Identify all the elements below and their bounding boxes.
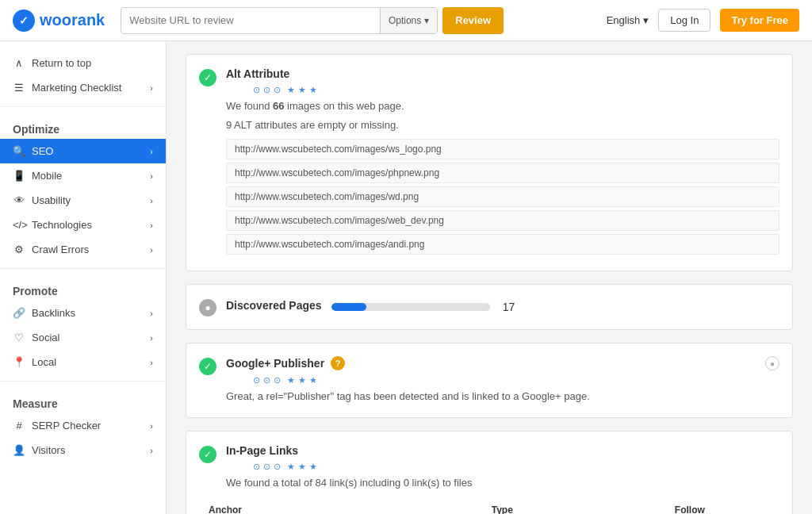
in-page-links-header: ✓ In-Page Links ⊙⊙⊙ ★★★ — [199, 444, 779, 472]
chevron-right-icon: › — [150, 333, 153, 343]
discovered-pages-card: ● Discovered Pages 17 — [186, 284, 793, 330]
sidebar-item-social[interactable]: ♡ Social › — [0, 325, 166, 350]
status-icon-green-3: ✓ — [199, 446, 216, 463]
chevron-right-icon: › — [150, 147, 153, 156]
progress-section: 17 — [331, 301, 515, 313]
location-icon: 📍 — [13, 356, 25, 368]
alt-attribute-desc1: We found 66 images on this web page. — [226, 98, 779, 114]
alt-attribute-title: Alt Attribute — [226, 67, 317, 80]
logo-icon — [13, 10, 35, 32]
sidebar-item-seo[interactable]: 🔍 SEO › — [0, 139, 166, 163]
url-search-input[interactable] — [121, 14, 380, 26]
url-item: http://www.wscubetech.com/images/ws_logo… — [226, 139, 779, 159]
in-page-links-card: ✓ In-Page Links ⊙⊙⊙ ★★★ We found a total… — [186, 431, 793, 515]
logo: woorank — [13, 10, 105, 32]
sidebar-item-local[interactable]: 📍 Local › — [0, 350, 166, 374]
expand-icon[interactable]: ● — [765, 356, 779, 370]
chevron-right-icon: › — [150, 358, 153, 367]
chevron-right-icon: › — [150, 171, 153, 181]
chevron-right-icon: › — [150, 221, 153, 230]
link-icon: 🔗 — [13, 307, 25, 319]
sidebar-divider-3 — [0, 381, 166, 382]
try-free-button[interactable]: Try for Free — [720, 9, 799, 32]
alt-attribute-card: ✓ Alt Attribute ⊙⊙⊙ ★★★ We found 66 imag… — [186, 54, 793, 271]
mobile-icon: 📱 — [13, 170, 25, 182]
chevron-right-icon: › — [150, 83, 153, 93]
measure-section-label: Measure — [0, 388, 166, 413]
review-button[interactable]: Review — [442, 7, 504, 34]
promote-section-label: Promote — [0, 275, 166, 301]
sidebar-item-return-top[interactable]: ∧ Return to top — [0, 51, 166, 75]
logo-text: woorank — [40, 11, 105, 29]
header: woorank Options ▾ Review English ▾ Log I… — [0, 0, 812, 41]
sidebar-item-mobile[interactable]: 📱 Mobile › — [0, 163, 166, 188]
sidebar-item-marketing[interactable]: ☰ Marketing Checklist › — [0, 75, 166, 100]
discovered-pages-header: ● Discovered Pages 17 — [199, 297, 779, 316]
sidebar-divider — [0, 106, 166, 107]
chevron-right-icon: › — [150, 245, 153, 255]
sidebar-item-technologies[interactable]: </> Technologies › — [0, 213, 166, 237]
links-table: Anchor Type Follow YouTube External Link… — [199, 500, 779, 514]
status-icon-green: ✓ — [199, 69, 216, 86]
sidebar-item-serp[interactable]: # SERP Checker › — [0, 413, 166, 438]
google-publisher-card: ✓ Google+ Publisher ? ⊙⊙⊙ ★★★ ● Great, a… — [186, 343, 793, 418]
header-right: English ▾ Log In Try for Free — [607, 9, 799, 32]
eye-icon: 👁 — [13, 194, 25, 206]
sidebar-item-crawl-errors[interactable]: ⚙ Crawl Errors › — [0, 237, 166, 262]
col-type: Type — [482, 500, 665, 514]
discovered-pages-title: Discovered Pages — [226, 299, 322, 312]
stars-row-2: ⊙⊙⊙ ★★★ — [253, 375, 756, 386]
alt-attribute-desc2: 9 ALT attributes are empty or missing. — [226, 117, 779, 133]
progress-bar-fill — [331, 303, 366, 311]
person-icon: 👤 — [13, 444, 25, 456]
search-bar: Options ▾ — [121, 7, 438, 34]
status-icon-gray: ● — [199, 299, 216, 316]
chevron-right-icon: › — [150, 196, 153, 205]
chevron-right-icon: › — [150, 421, 153, 431]
search-icon: 🔍 — [13, 145, 25, 157]
sidebar-item-usability[interactable]: 👁 Usability › — [0, 188, 166, 213]
layout: ∧ Return to top ☰ Marketing Checklist › … — [0, 41, 812, 514]
url-item: http://www.wscubetech.com/images/web_dev… — [226, 210, 779, 231]
checklist-icon: ☰ — [13, 82, 25, 94]
hash-icon: # — [13, 420, 25, 432]
sidebar-item-visitors[interactable]: 👤 Visitors › — [0, 438, 166, 462]
alt-attribute-header: ✓ Alt Attribute ⊙⊙⊙ ★★★ — [199, 67, 779, 95]
chevron-right-icon: › — [150, 446, 153, 455]
main-content: ✓ Alt Attribute ⊙⊙⊙ ★★★ We found 66 imag… — [167, 41, 812, 514]
in-page-links-desc: We found a total of 84 link(s) including… — [226, 475, 779, 491]
chevron-down-icon: ▾ — [424, 15, 429, 26]
status-icon-green-2: ✓ — [199, 358, 216, 375]
chevron-down-icon: ▾ — [643, 14, 649, 26]
sidebar-divider-2 — [0, 268, 166, 269]
sidebar: ∧ Return to top ☰ Marketing Checklist › … — [0, 41, 167, 514]
chevron-up-icon: ∧ — [13, 57, 25, 69]
sidebar-item-backlinks[interactable]: 🔗 Backlinks › — [0, 301, 166, 325]
code-icon: </> — [13, 219, 25, 231]
url-item: http://www.wscubetech.com/images/wd.png — [226, 186, 779, 207]
login-button[interactable]: Log In — [658, 9, 710, 32]
tooltip-icon[interactable]: ? — [331, 356, 345, 370]
stars-row: ⊙⊙⊙ ★★★ — [253, 85, 317, 95]
optimize-section-label: Optimize — [0, 113, 166, 139]
col-anchor: Anchor — [199, 500, 482, 514]
alt-attribute-url-list: http://www.wscubetech.com/images/ws_logo… — [226, 139, 779, 255]
social-icon: ♡ — [13, 332, 25, 343]
url-item: http://www.wscubetech.com/images/andi.pn… — [226, 234, 779, 255]
progress-number: 17 — [503, 301, 515, 313]
options-button[interactable]: Options ▾ — [380, 8, 437, 33]
chevron-right-icon: › — [150, 309, 153, 318]
language-selector[interactable]: English ▾ — [607, 14, 649, 26]
google-publisher-desc: Great, a rel="Publisher" tag has been de… — [226, 389, 779, 405]
google-publisher-header: ✓ Google+ Publisher ? ⊙⊙⊙ ★★★ ● — [199, 356, 779, 386]
url-item: http://www.wscubetech.com/images/phpnew.… — [226, 163, 779, 183]
stars-row-3: ⊙⊙⊙ ★★★ — [253, 462, 317, 472]
in-page-links-title: In-Page Links — [226, 444, 317, 457]
gear-icon: ⚙ — [13, 244, 25, 255]
google-publisher-title: Google+ Publisher — [226, 357, 324, 370]
col-follow: Follow — [665, 500, 779, 514]
progress-bar — [331, 303, 490, 311]
